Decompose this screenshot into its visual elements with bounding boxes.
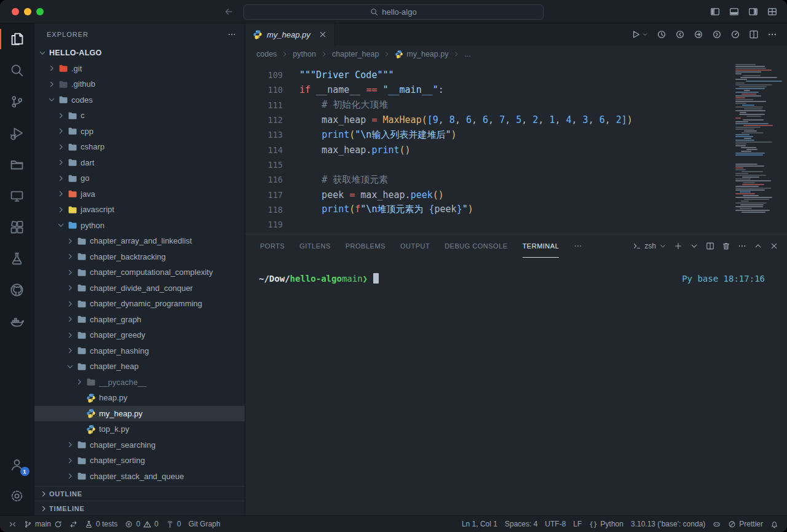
statusbar-git-compare[interactable] [66,516,81,532]
code-line-118[interactable]: 118 print(f"\n堆顶元素为 {peek}") [245,202,787,217]
split-editor-button[interactable] [749,30,759,39]
more-actions-button[interactable] [767,30,777,39]
statusbar-git-graph[interactable]: Git Graph [184,516,224,532]
maximize-panel-button[interactable] [754,242,762,250]
code-editor[interactable]: 109"""Driver Code"""110if __name__ == "_… [245,63,787,234]
tree-item-pycache[interactable]: __pycache__ [34,375,245,391]
tree-item-chapter-searching[interactable]: chapter_searching [34,437,245,453]
tree-item-my-heap-py[interactable]: my_heap.py [34,406,245,422]
tree-item-chapter-heap[interactable]: chapter_heap [34,359,245,375]
tree-item-dart[interactable]: dart [34,155,245,171]
layout-customize-button[interactable] [767,7,777,17]
statusbar-language-mode[interactable]: {}Python [585,516,627,532]
statusbar-ports-forwarded[interactable]: 0 [162,516,185,532]
tree-item-top-k-py[interactable]: top_k.py [34,421,245,437]
run-button[interactable] [631,30,648,39]
panel-tab-gitlens[interactable]: GITLENS [299,234,331,258]
activitybar-accounts[interactable]: 1 [0,449,34,480]
activitybar-remote-explorer[interactable] [0,180,34,212]
code-line-109[interactable]: 109"""Driver Code""" [245,68,787,82]
tree-item-chapter-computational-complexity[interactable]: chapter_computational_complexity [34,264,245,280]
layout-sidebar-left-button[interactable] [710,7,720,17]
code-line-113[interactable]: 113 print("\n输入列表并建堆后") [245,127,787,142]
breadcrumb-my-heap-py[interactable]: my_heap.py [395,50,448,58]
new-terminal-button[interactable] [674,242,682,250]
tree-item-c[interactable]: c [34,108,245,124]
tree-item-chapter-greedy[interactable]: chapter_greedy [34,327,245,343]
tree-item-python[interactable]: python [34,218,245,234]
more-actions-button[interactable] [738,242,746,250]
panel-tab-problems[interactable]: PROBLEMS [346,234,386,258]
statusbar-copilot[interactable] [709,516,724,532]
activitybar-github[interactable] [0,274,34,306]
code-line-119[interactable]: 119 [245,217,787,232]
file-history-button[interactable] [657,30,666,39]
activitybar-docker[interactable] [0,306,34,337]
code-line-112[interactable]: 112 max_heap = MaxHeap([9, 8, 6, 6, 7, 5… [245,113,787,127]
activitybar-folder-library[interactable] [0,149,34,180]
breadcrumb-item[interactable]: ... [464,50,470,58]
tab-my-heap-py[interactable]: my_heap.py [245,23,335,46]
tab-close-button[interactable] [318,30,327,39]
statusbar-formatter[interactable]: Prettier [724,516,767,532]
code-line-114[interactable]: 114 max_heap.print() [245,142,787,157]
command-center[interactable]: hello-algo [243,4,544,20]
terminal-shell-picker[interactable]: zsh [633,242,666,250]
split-terminal-button[interactable] [706,242,714,250]
panel-tab-terminal[interactable]: TERMINAL [523,234,560,258]
code-line-111[interactable]: 111 # 初始化大顶堆 [245,98,787,113]
statusbar-tests[interactable]: 0 tests [81,516,121,532]
statusbar-python-interpreter[interactable]: 3.10.13 ('base': conda) [627,516,709,532]
tree-item-chapter-array-and-linkedlist[interactable]: chapter_array_and_linkedlist [34,233,245,249]
statusbar-notifications[interactable] [767,516,782,532]
tree-item-chapter-divide-and-conquer[interactable]: chapter_divide_and_conquer [34,280,245,296]
activitybar-extensions[interactable] [0,212,34,243]
explorer-more-actions-button[interactable] [227,30,236,39]
panel-more-tabs-button[interactable] [574,242,582,250]
statusbar-cursor-position[interactable]: Ln 1, Col 1 [458,516,501,532]
run-profile-button[interactable] [730,30,740,39]
activitybar-settings[interactable] [0,480,34,512]
close-panel-button[interactable] [770,242,778,250]
statusbar-problems[interactable]: 00 [121,516,162,532]
breadcrumb-chapter-heap[interactable]: chapter_heap [332,50,379,58]
activitybar-search[interactable] [0,55,34,86]
breadcrumb-codes[interactable]: codes [256,50,277,58]
launch-profile-button[interactable] [690,242,698,250]
window-zoom-button[interactable] [36,8,44,15]
tree-item-javascript[interactable]: javascript [34,202,245,218]
tree-item-chapter-graph[interactable]: chapter_graph [34,312,245,328]
panel-tab-ports[interactable]: PORTS [260,234,285,258]
layout-sidebar-right-button[interactable] [748,7,758,17]
panel-tab-output[interactable]: OUTPUT [400,234,430,258]
code-line-110[interactable]: 110if __name__ == "__main__": [245,82,787,97]
tree-item-chapter-hashing[interactable]: chapter_hashing [34,343,245,359]
code-line-115[interactable]: 115 [245,157,787,172]
section-timeline[interactable]: TIMELINE [34,501,245,515]
section-outline[interactable]: OUTLINE [34,486,245,501]
tree-item-cpp[interactable]: cpp [34,124,245,140]
tree-item-hello-algo[interactable]: HELLO-ALGO [34,45,245,61]
code-line-117[interactable]: 117 peek = max_heap.peek() [245,187,787,202]
kill-terminal-button[interactable] [722,242,730,250]
statusbar-eol[interactable]: LF [569,516,585,532]
tree-item-chapter-backtracking[interactable]: chapter_backtracking [34,249,245,265]
open-changes-button[interactable] [694,30,703,39]
tree-item-codes[interactable]: codes [34,92,245,108]
statusbar-encoding[interactable]: UTF-8 [541,516,569,532]
window-minimize-button[interactable] [24,8,31,15]
layout-panel-button[interactable] [729,7,739,17]
activitybar-explorer[interactable] [0,23,34,55]
back-button[interactable] [224,7,234,17]
tree-item-chapter-stack-and-queue[interactable]: chapter_stack_and_queue [34,469,245,485]
tree-item-chapter-dynamic-programming[interactable]: chapter_dynamic_programming [34,296,245,312]
window-close-button[interactable] [12,8,19,15]
tree-item-heap-py[interactable]: heap.py [34,390,245,406]
statusbar-git-branch[interactable]: main [20,516,66,532]
panel-tab-debug-console[interactable]: DEBUG CONSOLE [445,234,507,258]
code-line-116[interactable]: 116 # 获取堆顶元素 [245,172,787,187]
terminal[interactable]: ~/Dow/hello-algo main ❯ Py base 18:17:16 [245,258,787,515]
activitybar-testing[interactable] [0,243,34,274]
open-changes-next-button[interactable] [712,30,722,39]
tree-item-csharp[interactable]: csharp [34,139,245,155]
